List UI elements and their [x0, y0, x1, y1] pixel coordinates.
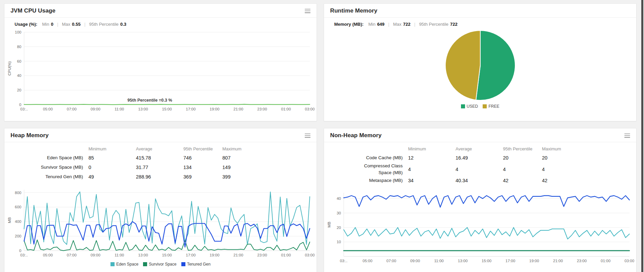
cell-value: 31.77: [136, 165, 183, 170]
legend-swatch: [483, 104, 487, 108]
panel-heap-memory: Heap Memory Minimum Average 95th Percent…: [4, 128, 317, 272]
svg-text:07:00: 07:00: [67, 253, 77, 257]
row-label: Eden Space (MB): [11, 154, 88, 161]
legend-item-eden-space[interactable]: Eden Space: [110, 262, 138, 267]
hamburger-icon[interactable]: [624, 133, 630, 138]
col-header-maximum: Maximum: [222, 146, 310, 151]
cell-value: 4: [542, 167, 630, 172]
svg-text:100: 100: [15, 30, 21, 34]
table-header-row: Minimum Average 95th Percentile Maximum: [330, 144, 630, 153]
svg-text:MB: MB: [7, 217, 12, 223]
panel-runtime-memory: Runtime Memory Memory (MB): Min 649 | Ma…: [324, 3, 637, 121]
col-header-average: Average: [136, 146, 183, 151]
svg-text:MB: MB: [327, 222, 331, 228]
legend-item-used[interactable]: USED: [461, 104, 478, 109]
svg-text:0: 0: [19, 103, 21, 107]
panel-header: Heap Memory: [4, 128, 317, 142]
cell-value: 134: [183, 165, 222, 170]
svg-text:19:00: 19:00: [529, 259, 539, 263]
svg-text:01:00: 01:00: [281, 253, 291, 257]
svg-text:09:00: 09:00: [90, 107, 100, 111]
table-row: Code Cache (MB) 12 16.49 20 20: [330, 153, 630, 163]
svg-text:600: 600: [15, 205, 21, 209]
hamburger-icon[interactable]: [305, 9, 310, 13]
table-row: Eden Space (MB) 85 415.78 746 807: [11, 153, 310, 163]
pie-slice-free[interactable]: [445, 30, 480, 100]
cell-value: 0: [88, 165, 136, 170]
stat-separator: |: [57, 22, 58, 27]
stat-min-label: Min: [368, 22, 376, 27]
svg-text:21:00: 21:00: [553, 259, 563, 263]
cell-value: 149: [222, 165, 310, 170]
cell-value: 807: [222, 155, 310, 161]
legend-label: Survivor Space: [149, 262, 176, 267]
svg-text:19:00: 19:00: [210, 107, 220, 111]
svg-text:40: 40: [337, 196, 341, 201]
cell-value: 399: [222, 174, 310, 180]
non-heap-memory-chart: 1020304003:..05:0007:0009:0011:0013:0015…: [326, 189, 634, 265]
stat-min-label: Min: [42, 22, 49, 27]
table-row: Compressed Class Space (MB) 4 4 4 4: [330, 163, 630, 176]
panel-header: JVM CPU Usage: [4, 4, 317, 18]
table-header-row: Minimum Average 95th Percentile Maximum: [11, 144, 310, 153]
svg-text:09:00: 09:00: [90, 253, 100, 257]
panel-title: JVM CPU Usage: [11, 7, 56, 14]
svg-text:01:00: 01:00: [281, 107, 291, 111]
stat-separator: |: [388, 22, 389, 27]
svg-text:03:..: 03:..: [340, 259, 347, 263]
stat-metric-label: Usage (%):: [15, 22, 37, 27]
svg-text:09:00: 09:00: [410, 259, 420, 263]
svg-text:21:00: 21:00: [234, 253, 243, 257]
svg-text:17:00: 17:00: [505, 259, 515, 263]
legend-item-survivor-space[interactable]: Survivor Space: [143, 262, 176, 267]
non-heap-memory-table: Minimum Average 95th Percentile Maximum …: [330, 144, 630, 185]
svg-text:200: 200: [15, 234, 21, 238]
cell-value: 16.49: [456, 155, 503, 161]
row-label: Tenured Gen (MB): [11, 173, 88, 180]
table-row: Metaspace (MB) 34 40.34 42 42: [330, 176, 630, 185]
svg-text:05:00: 05:00: [43, 107, 53, 111]
row-label: Survivor Space (MB): [11, 164, 88, 171]
cell-value: 20: [503, 155, 542, 161]
svg-text:15:00: 15:00: [162, 253, 172, 257]
stat-min-value: 649: [377, 22, 385, 27]
cell-value: 4: [408, 167, 456, 172]
panel-non-heap-memory: Non-Heap Memory Minimum Average 95th Per…: [324, 128, 637, 272]
legend-item-free[interactable]: FREE: [483, 104, 499, 109]
svg-text:CPU(%): CPU(%): [7, 61, 12, 76]
svg-text:13:00: 13:00: [138, 253, 148, 257]
cell-value: 20: [542, 155, 630, 161]
svg-text:13:00: 13:00: [138, 107, 148, 111]
svg-text:17:00: 17:00: [186, 107, 196, 111]
row-label: Code Cache (MB): [330, 154, 408, 161]
hamburger-icon[interactable]: [305, 133, 310, 138]
stat-separator: |: [84, 22, 85, 27]
stats-row: Memory (MB): Min 649 | Max 722 | 95th Pe…: [324, 18, 636, 27]
jvm-cpu-usage-chart: 02040608010003:..05:0007:0009:0011:0013:…: [6, 28, 315, 113]
runtime-memory-pie-wrap: USEDFREE: [324, 29, 636, 109]
legend-item-tenured-gen[interactable]: Tenured Gen: [181, 262, 210, 267]
svg-text:03:00: 03:00: [305, 253, 315, 257]
svg-text:20: 20: [337, 226, 341, 230]
svg-text:03:00: 03:00: [305, 107, 315, 111]
svg-text:07:00: 07:00: [67, 107, 77, 111]
svg-text:21:00: 21:00: [234, 107, 243, 111]
scrollbar[interactable]: [641, 0, 643, 272]
svg-text:400: 400: [15, 219, 21, 224]
svg-text:23:00: 23:00: [257, 253, 267, 257]
cell-value: 369: [183, 174, 222, 180]
stat-max-value: 0.55: [72, 22, 80, 27]
svg-text:01:00: 01:00: [601, 259, 610, 263]
pie-slice-used[interactable]: [476, 30, 515, 100]
legend-label: USED: [467, 104, 478, 109]
svg-text:10: 10: [337, 240, 341, 244]
svg-text:05:00: 05:00: [43, 253, 53, 257]
cell-value: 4: [503, 167, 542, 172]
cell-value: 42: [542, 178, 630, 183]
table-row: Tenured Gen (MB) 49 288.96 369 399: [11, 172, 310, 182]
runtime-pie-legend: USEDFREE: [461, 104, 499, 109]
panel-header: Runtime Memory: [324, 4, 636, 18]
stat-separator: |: [414, 22, 415, 27]
stat-max-label: Max: [62, 22, 71, 27]
svg-text:23:00: 23:00: [257, 107, 267, 111]
